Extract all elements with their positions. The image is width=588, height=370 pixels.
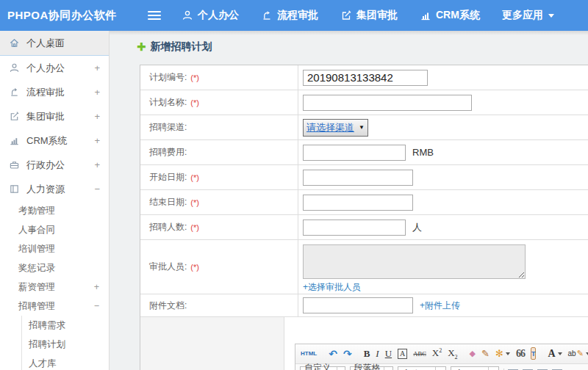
- bold-button[interactable]: B: [364, 348, 370, 360]
- select-approvers-link[interactable]: +选择审批人员: [303, 281, 361, 294]
- nav-more-apps[interactable]: 更多应用: [502, 9, 554, 22]
- recruitment-plan-form: 计划编号: (*) 计划名称: (*) 招聘渠道: 请选择渠道: [140, 65, 588, 370]
- subscript-button[interactable]: X2: [448, 347, 457, 360]
- fee-unit-label: RMB: [412, 147, 434, 158]
- eraser-icon[interactable]: ◆: [470, 349, 476, 358]
- sidebar-item-recruit-plan[interactable]: 招聘计划: [22, 335, 109, 354]
- sidebar-item-label: 招聘管理: [18, 300, 55, 313]
- font-color-button[interactable]: A: [548, 348, 562, 360]
- sidebar-item-label: 薪资管理: [18, 281, 55, 294]
- collapse-icon[interactable]: −: [94, 184, 100, 195]
- channel-select[interactable]: 请选择渠道 ▼: [303, 119, 368, 137]
- sidebar-item-rewards[interactable]: 奖惩记录: [0, 258, 109, 278]
- form-row-fee: 招聘费用: RMB: [140, 140, 588, 165]
- rich-text-editor: HTML ↶ ↷ B I U A ABC X2 X2 ◆: [295, 344, 588, 370]
- attachment-input[interactable]: [303, 297, 413, 313]
- sidebar-item-salary[interactable]: 薪资管理 +: [0, 278, 109, 297]
- form-row-attachment: 附件文档: +附件上传: [140, 294, 588, 317]
- paste-text-icon[interactable]: T: [531, 347, 537, 360]
- sidebar-item-label: 流程审批: [26, 86, 65, 99]
- field-label: 开始日期: (*): [140, 165, 298, 189]
- sidebar-item-label: 集团审批: [26, 110, 65, 123]
- blockquote-icon[interactable]: 66: [516, 348, 525, 360]
- sidebar-item-hr-contract[interactable]: 人事合同: [0, 220, 109, 239]
- sidebar-item-hr[interactable]: 人力资源 −: [0, 177, 109, 201]
- collapse-icon[interactable]: −: [94, 301, 99, 311]
- hamburger-menu-icon[interactable]: [148, 11, 161, 20]
- start-date-input[interactable]: [303, 170, 413, 186]
- italic-button[interactable]: I: [376, 348, 379, 360]
- plan-number-input[interactable]: [303, 70, 428, 86]
- sidebar-item-talent-pool[interactable]: 人才库: [22, 354, 109, 370]
- sidebar-item-workflow-approval[interactable]: 流程审批 +: [0, 80, 109, 104]
- sidebar-item-personal-office[interactable]: 个人办公 +: [0, 56, 109, 80]
- sidebar-item-crm[interactable]: CRM系统 +: [0, 128, 109, 153]
- format-brush-icon[interactable]: ✎: [481, 348, 490, 359]
- redo-icon[interactable]: ↷: [343, 348, 352, 360]
- expand-icon[interactable]: +: [94, 159, 100, 170]
- sidebar-item-recruitment[interactable]: 招聘管理 −: [0, 297, 109, 316]
- expand-icon[interactable]: +: [94, 62, 100, 73]
- home-icon: [9, 37, 20, 48]
- editor-toolbar-row2: 自定义标题 段落格式 字体 字号: [295, 364, 588, 370]
- field-label: 结束日期: (*): [140, 190, 298, 214]
- highlight-color-button[interactable]: ab ✎: [568, 349, 588, 358]
- sidebar-item-label: CRM系统: [26, 134, 68, 148]
- expand-icon[interactable]: +: [94, 282, 99, 292]
- sidebar: 个人桌面 个人办公 + 流程审批 + 集团审批 + CRM系统 + 行政办公 +…: [0, 31, 110, 370]
- chevron-down-icon: [548, 14, 554, 18]
- form-row-plan-name: 计划名称: (*): [140, 90, 588, 115]
- underline-button[interactable]: U: [385, 348, 392, 360]
- required-mark: (*): [190, 263, 199, 272]
- main-content: ✚ 新增招聘计划 计划编号: (*) 计划名称: (*) 招聘渠道:: [110, 31, 588, 370]
- sidebar-item-attendance[interactable]: 考勤管理: [0, 201, 109, 220]
- sidebar-item-desktop[interactable]: 个人桌面: [0, 31, 109, 56]
- sidebar-item-label: 培训管理: [18, 243, 55, 255]
- select-caret-icon: ▼: [359, 124, 365, 131]
- field-label: 附件文档:: [140, 294, 298, 316]
- sidebar-item-training[interactable]: 培训管理: [0, 239, 109, 258]
- superscript-button[interactable]: X2: [432, 347, 442, 359]
- field-label: 招聘渠道:: [140, 115, 298, 139]
- border-text-button[interactable]: A: [398, 349, 407, 359]
- sidebar-item-admin-office[interactable]: 行政办公 +: [0, 153, 109, 177]
- sidebar-item-label: 人事合同: [18, 224, 55, 236]
- nav-personal-office[interactable]: 个人办公: [182, 9, 239, 22]
- paragraph-format-select[interactable]: 段落格式: [350, 366, 393, 370]
- sidebar-item-label: 奖惩记录: [18, 262, 55, 275]
- page-title-text: 新增招聘计划: [151, 40, 212, 54]
- font-family-select[interactable]: 字体: [398, 366, 446, 370]
- topbar: PHPOA协同办公软件 个人办公 流程审批 集团审批 CRM系统 更多应用: [0, 0, 588, 31]
- headcount-input[interactable]: [303, 220, 406, 236]
- undo-icon[interactable]: ↶: [329, 348, 337, 360]
- page-title: ✚ 新增招聘计划: [137, 40, 212, 54]
- flow-arrow-icon: [261, 10, 273, 21]
- expand-icon[interactable]: +: [94, 135, 100, 146]
- nav-workflow-approval[interactable]: 流程审批: [261, 9, 318, 22]
- required-mark: (*): [190, 73, 199, 82]
- approvers-textarea[interactable]: [303, 244, 526, 279]
- strikethrough-button[interactable]: ABC: [413, 350, 426, 358]
- nav-label: CRM系统: [436, 9, 480, 22]
- expand-icon[interactable]: +: [94, 111, 100, 122]
- nav-group-approval[interactable]: 集团审批: [340, 9, 398, 22]
- end-date-input[interactable]: [303, 195, 413, 211]
- sidebar-item-group-approval[interactable]: 集团审批 +: [0, 104, 109, 128]
- html-source-button[interactable]: HTML: [301, 350, 317, 357]
- sidebar-item-recruit-demand[interactable]: 招聘需求: [22, 316, 109, 335]
- expand-icon[interactable]: +: [94, 87, 100, 98]
- app-title: PHPOA协同办公软件: [0, 9, 136, 23]
- magic-wand-icon: ✻: [495, 348, 503, 359]
- edit-square-icon: [9, 111, 20, 122]
- custom-title-select[interactable]: 自定义标题: [300, 366, 345, 370]
- autotypeset-button[interactable]: ✻: [495, 348, 510, 359]
- plan-name-input[interactable]: [303, 95, 472, 111]
- font-size-select[interactable]: 字号: [451, 366, 499, 370]
- nav-label: 更多应用: [502, 9, 543, 22]
- fee-input[interactable]: [303, 145, 406, 161]
- field-label: 审批人员: (*): [140, 240, 298, 294]
- sidebar-item-label: 人才库: [29, 358, 57, 370]
- nav-crm-system[interactable]: CRM系统: [420, 9, 480, 22]
- attachment-upload-link[interactable]: +附件上传: [420, 300, 460, 312]
- editor-toolbar-row1: HTML ↶ ↷ B I U A ABC X2 X2 ◆: [295, 344, 588, 364]
